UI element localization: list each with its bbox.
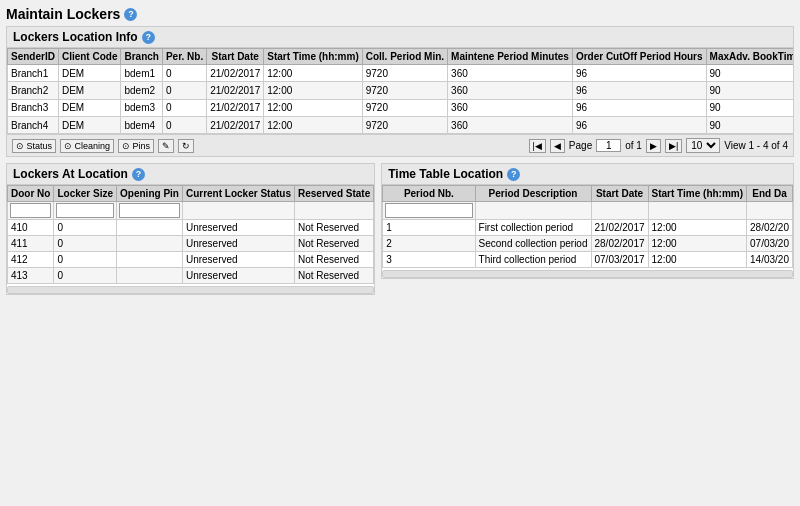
cell-branch: bdem2 [121, 82, 162, 99]
time-table-location-table: Period Nb. Period Description Start Date… [382, 185, 793, 268]
cell-coll: 9720 [362, 65, 447, 82]
page-container: Maintain Lockers ? Lockers Location Info… [0, 0, 800, 506]
col-branch: Branch [121, 49, 162, 65]
table-row[interactable]: 413 0 Unreserved Not Reserved [8, 268, 374, 284]
table-row[interactable]: 412 0 Unreserved Not Reserved [8, 252, 374, 268]
table-row[interactable]: Branch3 DEM bdem3 0 21/02/2017 12:00 972… [8, 99, 794, 116]
table-row[interactable]: 411 0 Unreserved Not Reserved [8, 236, 374, 252]
page-title-text: Maintain Lockers [6, 6, 120, 22]
cell-reserved: Not Reserved [294, 220, 373, 236]
lockers-location-table: SenderID Client Code Branch Per. Nb. Sta… [7, 48, 793, 134]
last-page-button[interactable]: ▶| [665, 139, 682, 153]
filter-locker-size[interactable] [56, 203, 114, 218]
cell-locker-size: 0 [54, 220, 117, 236]
table-row[interactable]: 3 Third collection period 07/03/2017 12:… [383, 252, 793, 268]
cell-senderid: Branch2 [8, 82, 59, 99]
time-table-location-help-icon[interactable]: ? [507, 168, 520, 181]
col-per: Per. Nb. [162, 49, 206, 65]
cell-period-nb: 2 [383, 236, 475, 252]
table-row[interactable]: 410 0 Unreserved Not Reserved [8, 220, 374, 236]
cell-start-date: 21/02/2017 [207, 65, 264, 82]
lockers-at-location-table: Door No Locker Size Opening Pin Current … [7, 185, 374, 284]
prev-page-button[interactable]: ◀ [550, 139, 565, 153]
cell-start-time: 12:00 [264, 117, 363, 134]
lockers-location-table-wrapper: SenderID Client Code Branch Per. Nb. Sta… [7, 48, 793, 134]
filter-door-no[interactable] [10, 203, 51, 218]
cell-maxadv: 90 [706, 99, 793, 116]
col-opening-pin: Opening Pin [117, 186, 183, 202]
cell-end-date: 07/03/20 [747, 236, 793, 252]
page-label: Page [569, 140, 592, 151]
col-coll: Coll. Period Min. [362, 49, 447, 65]
col-maint: Maintene Period Minutes [448, 49, 573, 65]
cleaning-button[interactable]: ⊙ Cleaning [60, 139, 114, 153]
cell-per: 0 [162, 65, 206, 82]
first-page-button[interactable]: |◀ [529, 139, 546, 153]
cell-start-time: 12:00 [264, 65, 363, 82]
table-row[interactable]: Branch2 DEM bdem2 0 21/02/2017 12:00 972… [8, 82, 794, 99]
cell-client: DEM [58, 117, 121, 134]
col-end-date: End Da [747, 186, 793, 202]
cell-start-date: 28/02/2017 [591, 236, 648, 252]
cell-reserved: Not Reserved [294, 252, 373, 268]
table-row[interactable]: 2 Second collection period 28/02/2017 12… [383, 236, 793, 252]
edit-button[interactable]: ✎ [158, 139, 174, 153]
cell-coll: 9720 [362, 117, 447, 134]
cell-status: Unreserved [182, 220, 294, 236]
filter-period-nb[interactable] [385, 203, 472, 218]
cell-description: Second collection period [475, 236, 591, 252]
cell-coll: 9720 [362, 99, 447, 116]
cell-start-date: 21/02/2017 [591, 220, 648, 236]
refresh-button[interactable]: ↻ [178, 139, 194, 153]
next-page-button[interactable]: ▶ [646, 139, 661, 153]
status-button[interactable]: ⊙ Status [12, 139, 56, 153]
cell-senderid: Branch1 [8, 65, 59, 82]
cell-period-nb: 3 [383, 252, 475, 268]
cell-cutoff: 96 [572, 65, 706, 82]
cell-start-date: 21/02/2017 [207, 117, 264, 134]
col-cutoff: Order CutOff Period Hours [572, 49, 706, 65]
lockers-location-header: Lockers Location Info ? [7, 27, 793, 48]
cell-cutoff: 96 [572, 82, 706, 99]
time-table-location-title: Time Table Location [388, 167, 503, 181]
cell-start-time: 12:00 [264, 99, 363, 116]
cell-per: 0 [162, 117, 206, 134]
cell-period-nb: 1 [383, 220, 475, 236]
lockers-at-location-table-wrapper: Door No Locker Size Opening Pin Current … [7, 185, 374, 284]
of-label: of 1 [625, 140, 642, 151]
cell-door-no: 410 [8, 220, 54, 236]
cell-senderid: Branch4 [8, 117, 59, 134]
col-locker-size: Locker Size [54, 186, 117, 202]
lockers-at-location-help-icon[interactable]: ? [132, 168, 145, 181]
cell-description: First collection period [475, 220, 591, 236]
table-row[interactable]: Branch1 DEM bdem1 0 21/02/2017 12:00 972… [8, 65, 794, 82]
col-client: Client Code [58, 49, 121, 65]
time-table-location-scrollbar[interactable] [382, 270, 793, 278]
lockers-at-location-box: Lockers At Location ? Door No Locker Siz… [6, 163, 375, 295]
table-row[interactable]: Branch4 DEM bdem4 0 21/02/2017 12:00 972… [8, 117, 794, 134]
cell-opening-pin [117, 268, 183, 284]
page-input[interactable] [596, 139, 621, 152]
col-reserved-state: Reserved State [294, 186, 373, 202]
cell-door-no: 413 [8, 268, 54, 284]
table-row[interactable]: 1 First collection period 21/02/2017 12:… [383, 220, 793, 236]
col-start-time: Start Time (hh:mm) [264, 49, 363, 65]
status-buttons: ⊙ Status ⊙ Cleaning ⊙ Pins ✎ ↻ [12, 139, 194, 153]
col-locker-status: Current Locker Status [182, 186, 294, 202]
cell-start-time: 12:00 [264, 82, 363, 99]
filter-opening-pin[interactable] [119, 203, 180, 218]
lockers-location-help-icon[interactable]: ? [142, 31, 155, 44]
page-help-icon[interactable]: ? [124, 8, 137, 21]
cell-cutoff: 96 [572, 117, 706, 134]
pagination-bar: ⊙ Status ⊙ Cleaning ⊙ Pins ✎ ↻ |◀ ◀ Page… [7, 134, 793, 156]
cell-opening-pin [117, 236, 183, 252]
pins-button[interactable]: ⊙ Pins [118, 139, 154, 153]
lockers-location-section: Lockers Location Info ? SenderID Client … [6, 26, 794, 157]
cell-start-time: 12:00 [648, 236, 747, 252]
cell-client: DEM [58, 99, 121, 116]
lockers-at-location-scrollbar[interactable] [7, 286, 374, 294]
col-tt-start-date: Start Date [591, 186, 648, 202]
rows-per-page-select[interactable]: 10 25 50 [686, 138, 720, 153]
time-table-location-box: Time Table Location ? Period Nb. Period … [381, 163, 794, 279]
col-period-desc: Period Description [475, 186, 591, 202]
